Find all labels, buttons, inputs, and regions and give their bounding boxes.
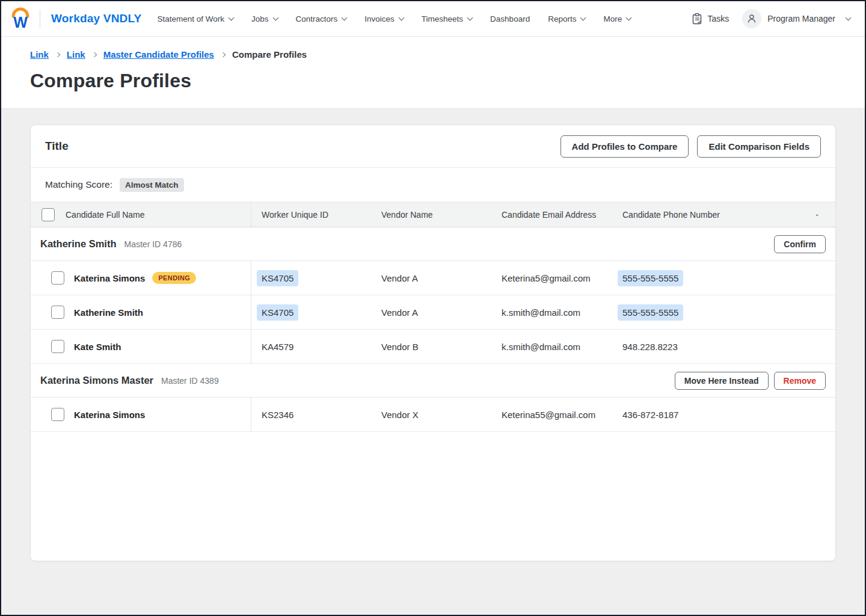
candidate-name: Kate Smith (74, 342, 121, 352)
chevron-right-icon (221, 52, 226, 57)
email-cell: Keterina5@gmail.com (491, 273, 612, 283)
nav-label: Contractors (296, 14, 338, 23)
main-nav: Statement of Work Jobs Contractors Invoi… (157, 14, 692, 23)
nav-label: Reports (548, 14, 576, 23)
pending-status-badge: PENDING (152, 272, 196, 284)
group-master-id: Master ID 4389 (161, 376, 219, 386)
group-header-katerina-simons-master: Katerina Simons Master Master ID 4389 Mo… (31, 364, 835, 398)
candidate-name: Katerina Simons (74, 273, 145, 283)
group-header-katherine-smith: Katherine Smith Master ID 4786 Confirm (31, 227, 835, 261)
row-checkbox[interactable] (51, 271, 64, 285)
svg-text:W: W (13, 14, 28, 30)
card-header: Title Add Profiles to Compare Edit Compa… (31, 125, 835, 168)
candidate-name-cell: Katerina Simons PENDING (31, 261, 251, 295)
phone-cell: 555-555-5555 (612, 304, 781, 321)
group-master-id: Master ID 4786 (124, 239, 182, 249)
matching-score-row: Matching Score: Almost Match (31, 168, 835, 202)
nav-jobs[interactable]: Jobs (251, 14, 278, 23)
group-name: Katherine Smith (40, 238, 117, 250)
group-actions: Move Here Instead Remove (675, 372, 826, 390)
card-header-actions: Add Profiles to Compare Edit Comparison … (560, 135, 821, 158)
workday-logo[interactable]: W (10, 7, 31, 30)
page-title: Compare Profiles (30, 70, 836, 92)
phone-highlighted: 555-555-5555 (618, 304, 683, 321)
header-candidate-full-name: Candidate Full Name (31, 202, 251, 227)
row-checkbox[interactable] (51, 306, 64, 319)
group-name: Katerina Simons Master (40, 375, 153, 386)
email-cell: k.smith@dmail.com (491, 307, 612, 318)
candidate-name-cell: Kate Smith (31, 330, 251, 363)
divider (40, 10, 40, 28)
chevron-down-icon (467, 14, 473, 20)
nav-label: More (603, 14, 622, 23)
column-label: Candidate Full Name (66, 210, 145, 220)
header-dash: - (781, 210, 835, 220)
select-all-checkbox[interactable] (41, 208, 55, 221)
chevron-down-icon (272, 14, 278, 20)
brand-title: Workday VNDLY (51, 12, 141, 25)
chevron-down-icon (626, 14, 632, 20)
move-here-instead-button[interactable]: Move Here Instead (675, 372, 769, 390)
breadcrumb-link-2[interactable]: Link (67, 49, 85, 60)
email-cell: k.smith@dmail.com (491, 342, 612, 352)
breadcrumb-current: Compare Profiles (232, 49, 307, 60)
breadcrumb: Link Link Master Candidate Profiles Comp… (30, 49, 836, 60)
nav-label: Jobs (251, 14, 269, 23)
add-profiles-to-compare-button[interactable]: Add Profiles to Compare (560, 135, 689, 158)
remove-button[interactable]: Remove (774, 372, 826, 390)
candidate-name: Katerina Simons (74, 410, 145, 420)
header-candidate-email-address: Candidate Email Address (491, 210, 612, 220)
worker-id-cell: KA4579 (251, 342, 371, 352)
table-row: Katerina Simons PENDING KS4705 Vendor A … (31, 261, 835, 295)
candidate-name: Katherine Smith (74, 307, 143, 318)
phone-cell: 555-555-5555 (612, 270, 781, 286)
chevron-down-icon (580, 14, 586, 20)
worker-id-cell: KS2346 (251, 410, 371, 420)
nav-label: Statement of Work (157, 14, 224, 23)
tasks-button[interactable]: Tasks (692, 13, 729, 25)
chevron-right-icon (55, 52, 60, 57)
nav-reports[interactable]: Reports (548, 14, 585, 23)
nav-statement-of-work[interactable]: Statement of Work (157, 14, 233, 23)
tasks-clipboard-icon (692, 13, 702, 25)
candidate-name-cell: Katerina Simons (31, 398, 251, 431)
nav-invoices[interactable]: Invoices (364, 14, 404, 23)
avatar (742, 9, 761, 28)
chevron-down-icon (229, 14, 235, 20)
chevron-down-icon (846, 14, 852, 20)
phone-highlighted: 555-555-5555 (618, 270, 683, 286)
nav-more[interactable]: More (603, 14, 631, 23)
table-row: Kate Smith KA4579 Vendor B k.smith@dmail… (31, 330, 835, 364)
row-checkbox[interactable] (51, 340, 64, 353)
nav-dashboard[interactable]: Dashboard (490, 14, 530, 23)
breadcrumb-link-master-candidate-profiles[interactable]: Master Candidate Profiles (103, 49, 214, 60)
email-cell: Keterina55@gmail.com (491, 410, 612, 420)
person-icon (746, 13, 757, 24)
nav-timesheets[interactable]: Timesheets (422, 14, 472, 23)
user-role-label: Program Manager (767, 14, 835, 23)
user-menu[interactable]: Program Manager (742, 9, 850, 28)
tasks-label: Tasks (707, 14, 729, 23)
nav-contractors[interactable]: Contractors (296, 14, 347, 23)
edit-comparison-fields-button[interactable]: Edit Comparison Fields (697, 135, 821, 158)
page-header: Link Link Master Candidate Profiles Comp… (1, 37, 865, 109)
breadcrumb-link-1[interactable]: Link (30, 49, 49, 60)
top-navigation-bar: W Workday VNDLY Statement of Work Jobs C… (1, 1, 865, 37)
table-row: Katerina Simons KS2346 Vendor X Keterina… (31, 398, 835, 432)
workday-w-logo-icon: W (10, 7, 31, 30)
candidate-name-cell: Katherine Smith (31, 295, 251, 329)
header-worker-unique-id: Worker Unique ID (251, 210, 371, 220)
matching-score-badge: Almost Match (120, 178, 184, 192)
vendor-cell: Vendor B (371, 342, 491, 352)
confirm-button[interactable]: Confirm (774, 235, 826, 253)
page-content: Title Add Profiles to Compare Edit Compa… (1, 109, 865, 577)
vendor-cell: Vendor A (371, 307, 491, 318)
vendor-cell: Vendor A (371, 273, 491, 283)
nav-label: Dashboard (490, 14, 530, 23)
row-checkbox[interactable] (51, 408, 64, 421)
nav-label: Timesheets (422, 14, 463, 23)
header-candidate-phone-number: Candidate Phone Number (612, 210, 781, 220)
table-header-row: Candidate Full Name Worker Unique ID Ven… (31, 202, 835, 227)
worker-id-cell: KS4705 (251, 270, 371, 286)
worker-id-highlighted: KS4705 (257, 304, 298, 321)
